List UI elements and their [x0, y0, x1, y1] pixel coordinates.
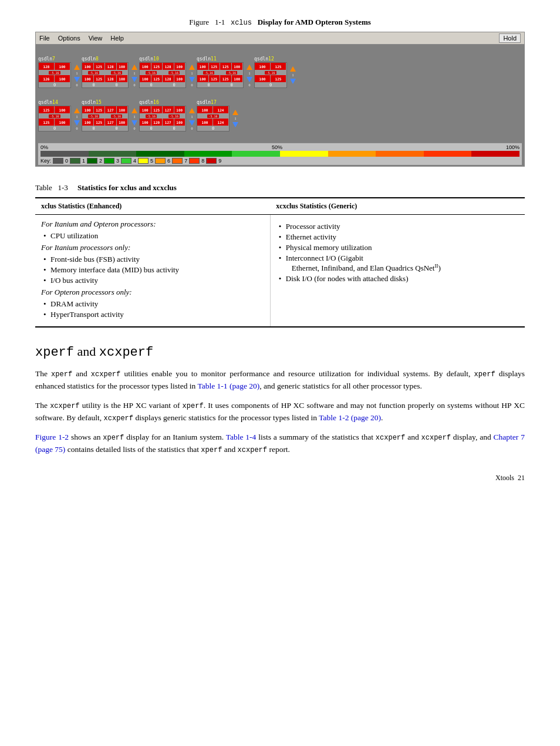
key-8 [189, 158, 200, 164]
figure-caption-code: xclus [231, 19, 252, 27]
xperf-para1: The xperf and xcxperf utilities enable y… [35, 368, 525, 393]
list-item: Interconnect I/O (Gigabit Ethernet, Infi… [276, 254, 519, 273]
stats-table: xclus Statistics (Enhanced) xcxclus Stat… [35, 197, 525, 328]
code-xcxperf3: xcxperf [104, 414, 133, 423]
key-1 [70, 158, 80, 164]
xperf-para2: The xcxperf utility is the HP XC variant… [35, 400, 525, 424]
list-item: DRAM activity [41, 299, 264, 309]
list-item: Memory interface data (MID) bus activity [41, 265, 264, 275]
page-footer: Xtools 21 [35, 474, 525, 482]
key-label: Key: [41, 158, 51, 164]
code-xcxperf2: xcxperf [50, 402, 79, 410]
key-2 [87, 158, 97, 164]
menubar-left: File Options View Help [39, 35, 124, 42]
list-item: Front-side bus (FSB) activity [41, 255, 264, 264]
scale-key-row: Key: 0 1 2 3 4 5 6 7 8 9 [41, 158, 519, 164]
xperf-para3: Figure 1-2 shows an xperf display for an… [35, 431, 525, 456]
col1-header: xclus Statistics (Enhanced) [35, 198, 270, 215]
node-qsdln14: qsdln14 125 100 -5.16 125 100 [38, 100, 82, 131]
table-caption: Table 1-3 Statistics for xclus and xcxcl… [35, 183, 525, 193]
col1-intro1: For Itanium and Opteron processors: [41, 220, 264, 229]
scale-100: 100% [506, 144, 519, 150]
code-xperf3: xperf [183, 402, 204, 410]
key-9 [206, 158, 217, 164]
heading-code1: xperf [35, 345, 74, 360]
code-xcxperf5: xcxperf [421, 434, 451, 442]
heading-code2: xcxperf [99, 345, 153, 360]
figure-caption-bold: Display for AMD Opteron Systems [258, 18, 371, 26]
figure-caption: Figure 1-1 xclus Display for AMD Opteron… [35, 18, 525, 27]
list-item: Physical memory utilization [276, 243, 519, 252]
scale-bar-area: 0% 50% 100% Key: 0 1 [38, 143, 522, 165]
code-xcxperf1: xcxperf [91, 370, 120, 379]
col1-intro3: For Opteron processors only: [41, 288, 264, 297]
link-table1-2[interactable]: Table 1-2 (page 20) [319, 413, 381, 422]
menu-options[interactable]: Options [58, 35, 80, 42]
footer-app: Xtools [495, 474, 514, 482]
node-qsdln8: qsdln8 100 125 128 100 -5.16 -5.16 [82, 56, 139, 88]
grid-spacer [38, 133, 522, 143]
xclus-menubar: File Options View Help Hold [36, 32, 524, 45]
code-xperf2: xperf [474, 370, 495, 379]
code-xcxperf6: xcxperf [238, 446, 267, 454]
code-xperf1: xperf [51, 370, 72, 379]
col1-list3: DRAM activity HyperTransport activity [41, 299, 264, 319]
figure-box: File Options View Help Hold qsdln7 128 1… [35, 32, 525, 167]
key-0 [53, 158, 63, 164]
node-qsdln17: qsdln17 100 124 -5.16 100 124 [197, 100, 240, 131]
table-caption-bold: Statistics for xclus and xcxclus [77, 183, 177, 192]
table-caption-prefix: Table [35, 183, 52, 192]
section-heading: xperf and xcxperf [35, 344, 525, 360]
key-5 [138, 158, 149, 164]
key-6 [155, 158, 166, 164]
key-4 [121, 158, 131, 164]
heading-and: and [74, 344, 99, 359]
node-qsdln11: qsdln11 100 125 125 100 -5.16 -5.16 [197, 56, 254, 88]
node-row-1: qsdln7 128 100 -5.16 126 100 [38, 48, 522, 88]
link-figure1-2[interactable]: Figure 1-2 [35, 433, 69, 441]
node-qsdln10: qsdln10 100 125 128 100 -5.16 -5.16 [139, 56, 197, 88]
col1-intro2: For Itanium processors only: [41, 243, 264, 252]
code-xperf4: xperf [103, 434, 124, 442]
col2-content: Processor activity Ethernet activity Phy… [270, 215, 525, 328]
node-qsdln15: qsdln15 100 125 127 100 -5.16 -5.16 [82, 100, 139, 131]
col2-list: Processor activity Ethernet activity Phy… [276, 222, 519, 283]
code-xcxperf4: xcxperf [376, 434, 405, 442]
table-num: 1-3 [58, 183, 68, 192]
col1-content: For Itanium and Opteron processors: CPU … [35, 215, 270, 328]
menu-help[interactable]: Help [110, 35, 124, 42]
menu-file[interactable]: File [39, 35, 50, 42]
figure-num: 1-1 [215, 18, 225, 26]
code-xperf5: xperf [201, 446, 222, 454]
list-item: Ethernet activity [276, 232, 519, 242]
list-item: Disk I/O (for nodes with attached disks) [276, 274, 519, 283]
figure-caption-prefix: Figure [189, 18, 209, 26]
list-item: CPU utilization [41, 231, 264, 241]
link-table1-1[interactable]: Table 1-1 (page 20) [197, 382, 259, 390]
list-item: Processor activity [276, 222, 519, 231]
menu-view[interactable]: View [89, 35, 103, 42]
key-7 [172, 158, 183, 164]
list-item: I/O bus activity [41, 276, 264, 285]
node-qsdln12: qsdln12 100 125 -5.16 100 125 [254, 56, 298, 88]
scale-labels: 0% 50% 100% [41, 144, 519, 150]
col2-header: xcxclus Statistics (Generic) [270, 198, 525, 215]
footer-page-num: 21 [518, 474, 525, 482]
node-row-2: qsdln14 125 100 -5.16 125 100 [38, 92, 522, 131]
link-table1-4[interactable]: Table 1-4 [226, 433, 257, 441]
scale-0: 0% [41, 144, 48, 150]
node-qsdln16: qsdln16 100 125 127 100 -5.16 -5.16 [139, 100, 197, 131]
node-qsdln7: qsdln7 128 100 -5.16 126 100 [38, 56, 82, 88]
scale-50: 50% [272, 144, 282, 150]
hold-button[interactable]: Hold [499, 33, 521, 43]
key-3 [104, 158, 114, 164]
col1-list1: CPU utilization [41, 231, 264, 241]
xclus-display: qsdln7 128 100 -5.16 126 100 [36, 45, 524, 166]
col1-list2: Front-side bus (FSB) activity Memory int… [41, 255, 264, 285]
scale-bar [41, 151, 519, 157]
list-item: HyperTransport activity [41, 310, 264, 319]
